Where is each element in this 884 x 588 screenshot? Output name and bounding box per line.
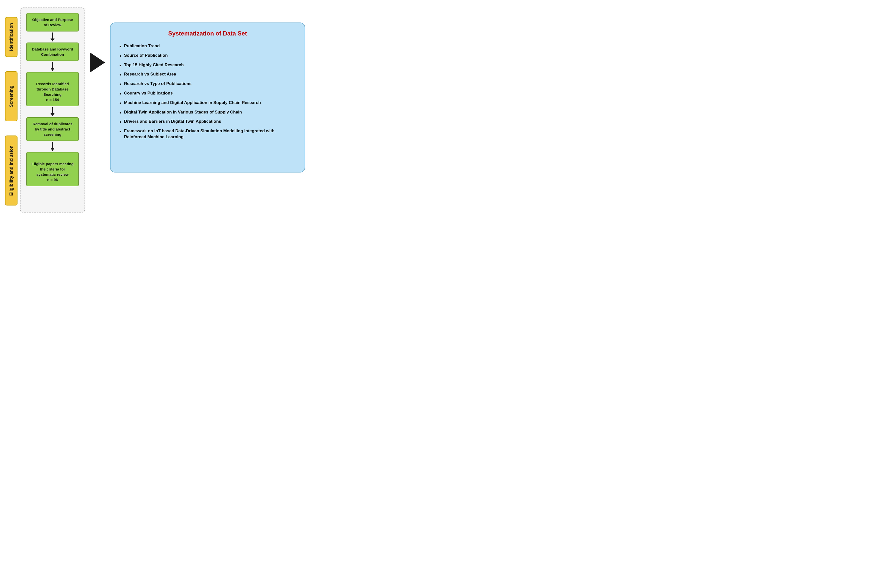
list-item-1: Source of Publication bbox=[120, 52, 296, 58]
stage-labels: Identification Screening Eligibility and… bbox=[5, 8, 18, 213]
stage-eligibility: Eligibility and Inclusion bbox=[5, 135, 18, 206]
arrow-head-2 bbox=[51, 68, 54, 71]
main-container: Identification Screening Eligibility and… bbox=[5, 8, 345, 213]
arrow-head bbox=[51, 39, 54, 42]
arrow-2 bbox=[51, 62, 54, 71]
arrow-line bbox=[52, 33, 53, 39]
arrow-head-3 bbox=[51, 113, 54, 116]
flow-box-database: Database and Keyword Combination bbox=[26, 42, 79, 61]
arrow-3 bbox=[51, 107, 54, 116]
flow-box-eligible: Eligible papers meeting the criteria for… bbox=[26, 152, 79, 186]
flow-box-objective: Objective and Purpose of Review bbox=[26, 13, 79, 32]
arrow-line-3 bbox=[52, 107, 53, 113]
arrow-line-4 bbox=[52, 142, 53, 148]
list-item-6: Machine Learning and Digital Application… bbox=[120, 100, 296, 106]
stage-screening: Screening bbox=[5, 71, 18, 121]
list-item-0: Publication Trend bbox=[120, 43, 296, 49]
big-arrow bbox=[90, 52, 105, 72]
arrow-1 bbox=[51, 33, 54, 42]
arrow-head-4 bbox=[51, 148, 54, 151]
flow-box-records: Records Identified through Database Sear… bbox=[26, 72, 79, 106]
list-item-9: Framework on IoT based Data-Driven Simul… bbox=[120, 128, 296, 140]
flow-container: Objective and Purpose of Review Database… bbox=[20, 8, 85, 213]
stage-identification: Identification bbox=[5, 17, 18, 57]
list-item-2: Top 15 Highly Cited Research bbox=[120, 62, 296, 68]
list-item-7: Digital Twin Application in Various Stag… bbox=[120, 109, 296, 115]
right-panel: Systematization of Data Set Publication … bbox=[110, 22, 305, 172]
list-item-8: Drivers and Barriers in Digital Twin App… bbox=[120, 118, 296, 124]
list-item-5: Country vs Publications bbox=[120, 90, 296, 96]
arrow-shape bbox=[90, 52, 105, 72]
arrow-4 bbox=[51, 142, 54, 151]
list-item-4: Research vs Type of Publications bbox=[120, 81, 296, 87]
systematization-title: Systematization of Data Set bbox=[120, 30, 296, 37]
arrow-line-2 bbox=[52, 62, 53, 68]
list-item-3: Research vs Subject Area bbox=[120, 71, 296, 77]
flow-box-removal: Removal of duplicates by title and abstr… bbox=[26, 117, 79, 141]
systematization-list: Publication TrendSource of PublicationTo… bbox=[120, 43, 296, 140]
